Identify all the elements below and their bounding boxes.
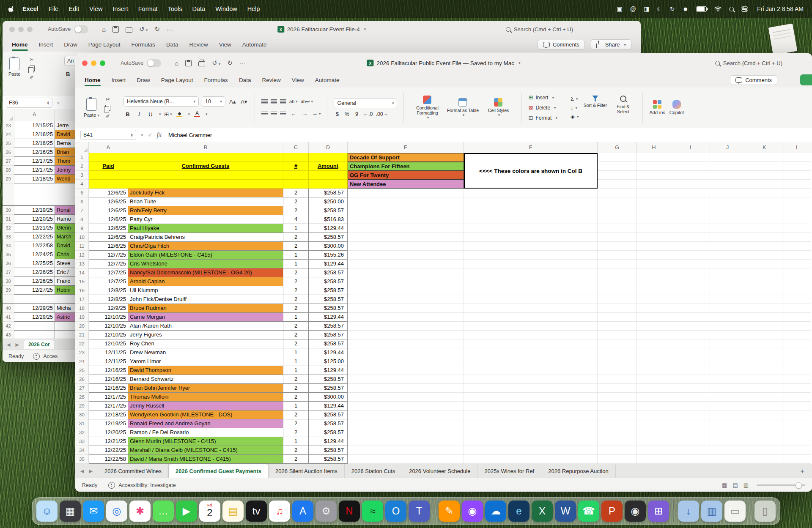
autosave-toggle[interactable] (147, 59, 161, 67)
cell-C17[interactable]: 2 (283, 295, 309, 304)
cell-J13[interactable] (710, 260, 745, 268)
cell-G26[interactable] (598, 375, 637, 384)
cell-B29[interactable]: Jenny Russell (128, 402, 283, 410)
cell-H28[interactable] (637, 393, 671, 402)
cell-A1[interactable] (89, 153, 128, 162)
cell-J23[interactable] (710, 348, 745, 357)
sheet-tab-2026-committed-wines[interactable]: 2026 Committed Wines (98, 464, 169, 478)
ribbon-tab-home[interactable]: Home (85, 75, 101, 85)
cell-E17[interactable] (348, 295, 464, 304)
cell-I8[interactable] (671, 215, 710, 224)
dock-onedrive-icon[interactable]: ☁ (485, 501, 506, 522)
cell-K21[interactable] (745, 331, 784, 339)
cell-K9[interactable] (745, 224, 784, 233)
cell-F21[interactable] (464, 331, 598, 339)
column-header-j[interactable]: J (710, 142, 745, 153)
cell-C21[interactable]: 2 (283, 331, 309, 339)
minimize-icon[interactable] (91, 60, 96, 66)
cell-K18[interactable] (745, 304, 784, 313)
cell-K16[interactable] (745, 286, 784, 295)
cell-K14[interactable] (745, 268, 784, 277)
cell-D32[interactable]: $258.57 (309, 428, 348, 437)
cell-A14[interactable]: 12/7/25 (89, 268, 128, 277)
cell-B6[interactable]: Brian Tuite (128, 197, 283, 206)
cell-I31[interactable] (671, 419, 710, 428)
cell-F8[interactable] (464, 215, 598, 224)
back-row-header-35[interactable]: 35 (3, 250, 14, 259)
cell-G27[interactable] (598, 384, 637, 393)
back-row-header-42[interactable]: 42 (3, 322, 14, 331)
ribbon-tab-automate[interactable]: Automate (315, 75, 340, 85)
cell-I25[interactable] (671, 366, 710, 375)
cell-H15[interactable] (637, 277, 671, 286)
cell-C8[interactable]: 4 (283, 215, 309, 224)
cell-A8[interactable]: 12/6/25 (89, 215, 128, 224)
column-header-l[interactable]: L (784, 142, 811, 153)
more-toolbar-icon[interactable]: ··· (239, 60, 246, 67)
cell-D19[interactable]: $129.44 (309, 313, 348, 322)
dock-calendar-icon[interactable]: Fri2 (199, 501, 220, 522)
cell-G12[interactable] (598, 251, 637, 260)
zoom-icon[interactable] (100, 60, 105, 66)
cell-B35[interactable]: David / Maria Smith MILESTONE - C415) (128, 455, 283, 464)
cell-G33[interactable] (598, 437, 637, 446)
cell-B30[interactable]: Wendy/Ken Gootkin (MILESTONE - DOS) (128, 410, 283, 419)
back-name-box[interactable]: F36 ▲▼ (6, 98, 52, 108)
cell-E25[interactable] (348, 366, 464, 375)
cell-F31[interactable] (464, 419, 598, 428)
cell-A18[interactable]: 12/9/25 (89, 304, 128, 313)
sync-icon[interactable]: ↻ (670, 6, 675, 12)
cell-K30[interactable] (745, 410, 784, 419)
column-header-a[interactable]: A (14, 109, 55, 121)
cell-G6[interactable] (598, 197, 637, 206)
cell-D12[interactable]: $155.26 (309, 251, 348, 260)
back-cell-a31[interactable]: 12/20/25 (14, 215, 55, 224)
cell-I9[interactable] (671, 224, 710, 233)
control-center-icon[interactable] (741, 6, 748, 12)
dock-whatsapp-icon[interactable]: ☎ (578, 501, 599, 522)
sort-filter-button[interactable]: Sort & Filter (582, 96, 608, 108)
cell-L25[interactable] (784, 366, 811, 375)
row-header-33[interactable]: 33 (75, 437, 89, 446)
cell-B25[interactable]: David Thompson (128, 366, 283, 375)
cell-D4[interactable] (309, 180, 348, 189)
back-paste-button[interactable]: Paste (8, 57, 20, 77)
cell-H29[interactable] (637, 402, 671, 410)
back-cell-a42[interactable] (14, 322, 55, 331)
cell-A26[interactable]: 12/16/25 (89, 375, 128, 384)
cell-C35[interactable]: 2 (283, 455, 309, 464)
cell-J7[interactable] (710, 206, 745, 215)
add-sheet-button[interactable]: + (800, 467, 804, 476)
cell-B11[interactable]: Chris/Olga Fitch (128, 242, 283, 251)
cell-L17[interactable] (784, 295, 811, 304)
align-top-icon[interactable] (261, 99, 268, 104)
cell-K35[interactable] (745, 455, 784, 464)
cell-J26[interactable] (710, 375, 745, 384)
cell-G18[interactable] (598, 304, 637, 313)
cell-K33[interactable] (745, 437, 784, 446)
ribbon-tab-draw[interactable]: Draw (137, 75, 150, 85)
row-header-32[interactable]: 32 (75, 428, 89, 437)
row-header-9[interactable]: 9 (75, 224, 89, 233)
cell-K19[interactable] (745, 313, 784, 322)
back-cell-a41[interactable]: 12/29/25 (14, 313, 55, 322)
cell-E31[interactable] (348, 419, 464, 428)
cell-F26[interactable] (464, 375, 598, 384)
cell-L35[interactable] (784, 455, 811, 464)
cell-I20[interactable] (671, 322, 710, 331)
dock-mail-icon[interactable]: ✉ (83, 501, 104, 522)
cell-J35[interactable] (710, 455, 745, 464)
cell-A25[interactable]: 12/16/25 (89, 366, 128, 375)
cell-L8[interactable] (784, 215, 811, 224)
cell-L11[interactable] (784, 242, 811, 251)
back-row-header-29[interactable]: 29 (3, 175, 14, 183)
font-name-select[interactable]: Helvetica Neue (B...▾ (123, 96, 199, 107)
cell-G13[interactable] (598, 260, 637, 268)
cell-G1[interactable] (598, 153, 637, 162)
cell-C19[interactable]: 1 (283, 313, 309, 322)
row-header-14[interactable]: 14 (75, 268, 89, 277)
font-color-button[interactable]: A (193, 109, 201, 119)
undo-icon[interactable]: ↺▾ (139, 25, 148, 33)
cell-L16[interactable] (784, 286, 811, 295)
autosum-button[interactable]: Σ▾ (571, 96, 579, 102)
